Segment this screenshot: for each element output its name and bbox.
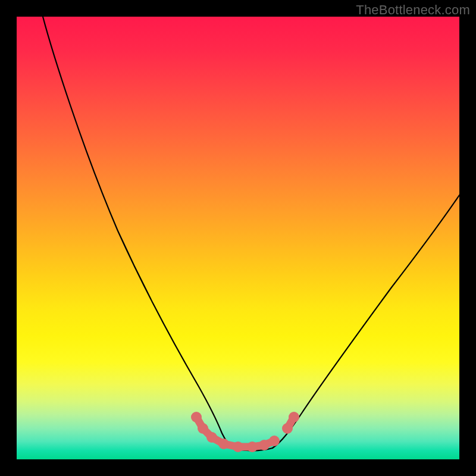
svg-point-10 [206,432,217,443]
svg-point-16 [282,423,293,434]
svg-point-11 [218,439,229,449]
svg-point-12 [233,441,243,452]
curve-layer [17,17,459,459]
svg-point-13 [247,441,258,452]
svg-point-17 [289,412,299,422]
highlighted-segment [191,412,299,452]
right-branch [273,195,459,448]
chart-stage: TheBottleneck.com [0,0,476,476]
plot-area [17,17,459,459]
svg-point-8 [191,412,202,422]
watermark-text: TheBottleneck.com [356,2,470,18]
svg-point-14 [259,440,270,450]
left-branch [43,17,231,447]
svg-point-15 [269,436,280,446]
svg-point-9 [198,423,208,434]
